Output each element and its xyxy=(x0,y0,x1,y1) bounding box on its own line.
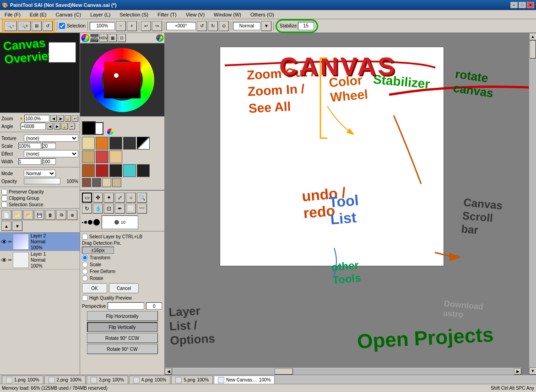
angle-reset-button[interactable]: ⊙ xyxy=(219,21,229,31)
fill-button[interactable]: ⊡ xyxy=(104,204,114,214)
see-all-button[interactable]: ⊞ xyxy=(32,21,42,31)
menu-window[interactable]: Window (W) xyxy=(211,11,244,18)
selection-checkbox[interactable] xyxy=(59,23,65,29)
active-color-indicator[interactable] xyxy=(156,34,163,42)
menu-canvas[interactable]: Canvas (C) xyxy=(53,11,84,18)
merge-layer-button[interactable]: ⊕ xyxy=(67,210,77,220)
flip-vertically-button[interactable]: Flip Vertically xyxy=(87,322,158,332)
menu-file[interactable]: File (F) xyxy=(2,11,23,18)
swatch-3[interactable] xyxy=(109,137,122,150)
high-quality-check[interactable] xyxy=(82,295,88,301)
perspective-bar-input[interactable] xyxy=(108,302,144,310)
scroll-thumb[interactable] xyxy=(530,40,536,59)
zoom-dec-button[interactable]: ◀ xyxy=(50,115,57,122)
swatch-1[interactable] xyxy=(82,137,95,150)
undo-button[interactable]: ↩ xyxy=(141,21,151,31)
angle-inc-button[interactable]: ▶ xyxy=(54,123,60,129)
angle-value-input[interactable] xyxy=(21,123,46,130)
scale-radio[interactable] xyxy=(82,262,88,268)
drag-detection-input[interactable] xyxy=(82,247,114,254)
perspective-value[interactable] xyxy=(146,302,162,310)
canvas-area[interactable]: Zoom Out /Zoom In /See All undo /redo St… xyxy=(165,33,529,375)
tab-1png[interactable]: 1.png 100% xyxy=(2,376,43,384)
scroll-right-button[interactable]: ▶ xyxy=(514,368,521,375)
width-num[interactable] xyxy=(42,158,56,165)
tab-5png[interactable]: 5.png 100% xyxy=(171,376,213,384)
angle-cw-button[interactable]: ↻ xyxy=(208,21,218,31)
smear-button[interactable]: 〰 xyxy=(137,204,147,214)
scale-input[interactable] xyxy=(18,143,41,149)
angle-ccw-button[interactable]: ↺ xyxy=(197,21,207,31)
zoom-input[interactable] xyxy=(90,22,115,30)
delete-layer-button[interactable]: 🗑 xyxy=(45,210,55,220)
pen-button[interactable]: ✒ xyxy=(115,204,125,214)
menu-view[interactable]: View (V) xyxy=(183,11,207,18)
color-picker-dot[interactable] xyxy=(114,73,119,78)
mode-select[interactable]: Normal xyxy=(24,170,56,177)
color-square[interactable] xyxy=(104,62,141,98)
color-wheel-tab[interactable] xyxy=(81,34,89,42)
zoom-out-button[interactable]: 🔍− xyxy=(4,21,17,31)
redo-button[interactable]: ↪ xyxy=(152,21,162,31)
swatch-10[interactable] xyxy=(109,164,122,177)
color-wheel-ring[interactable] xyxy=(90,48,154,112)
swatch-15[interactable] xyxy=(102,178,111,187)
rotate-canvas-tool-button[interactable]: ↻ xyxy=(82,204,92,214)
foreground-color[interactable] xyxy=(82,121,96,135)
swatch-2[interactable] xyxy=(96,137,108,150)
layer-2-eye-icon[interactable]: 👁 xyxy=(1,238,7,246)
save-layer-button[interactable]: 💾 xyxy=(34,210,44,220)
opacity-bar[interactable] xyxy=(24,178,60,184)
menu-selection[interactable]: Selection (S) xyxy=(117,11,151,18)
horizontal-scroll-thumb[interactable] xyxy=(275,368,293,375)
rgb-slider-tab[interactable]: RGB xyxy=(90,34,98,42)
swatch-14[interactable] xyxy=(92,178,101,187)
maximize-button[interactable]: □ xyxy=(519,2,526,8)
clipping-group-check[interactable] xyxy=(1,195,7,201)
rotate-cw-transform-button[interactable]: Rotate 90° CW xyxy=(87,344,158,354)
tab-new-canvas[interactable]: New Canvas.... 100% xyxy=(214,376,275,384)
swatch-5[interactable] xyxy=(82,150,95,163)
free-deform-radio[interactable] xyxy=(82,268,88,274)
swatch-9[interactable] xyxy=(96,164,108,177)
swatch-7[interactable] xyxy=(109,150,122,163)
zoom-reset-button[interactable]: ↩ xyxy=(72,115,78,122)
angle-input[interactable] xyxy=(166,22,196,30)
swatch-16[interactable] xyxy=(112,178,121,187)
tab-3png[interactable]: 3.png 100% xyxy=(87,376,128,384)
rotate-ccw-button[interactable]: ↺ xyxy=(43,21,53,31)
menu-others[interactable]: Others (O) xyxy=(248,11,277,18)
swatch-11[interactable] xyxy=(123,164,136,177)
scroll-left-button[interactable]: ◀ xyxy=(165,368,172,375)
blend-mode-input[interactable] xyxy=(233,22,260,30)
minimize-button[interactable]: − xyxy=(510,2,518,8)
select-by-ctrl-check[interactable] xyxy=(82,234,88,240)
tab-4png[interactable]: 4.png 100% xyxy=(129,376,171,384)
layer-1-eye-icon[interactable]: 👁 xyxy=(1,257,7,264)
scale-num[interactable] xyxy=(42,143,56,149)
ok-button[interactable]: OK xyxy=(82,283,107,293)
up-layer-button[interactable]: ▲ xyxy=(1,221,11,231)
menu-edit[interactable]: Edit (E) xyxy=(27,11,49,18)
tab-2png[interactable]: 2.png 100% xyxy=(44,376,86,384)
color-rotate-icon[interactable] xyxy=(107,129,114,135)
scroll-up-button[interactable]: ▲ xyxy=(529,33,536,40)
zoom-value-input[interactable] xyxy=(24,115,49,122)
zoom-plus-btn[interactable]: + xyxy=(127,21,137,31)
angle-dec-button[interactable]: ◀ xyxy=(47,123,53,129)
menu-layer[interactable]: Layer (L) xyxy=(87,11,113,18)
swatch-4[interactable] xyxy=(123,137,136,150)
select-rect-button[interactable]: ▭ xyxy=(82,193,92,203)
layer-item-2[interactable]: 👁 ✏ Layer 2 Normal 100% xyxy=(0,233,80,251)
color-set-tab[interactable]: ⊡ xyxy=(118,34,126,42)
width-input[interactable] xyxy=(18,158,41,165)
swatch-13[interactable] xyxy=(82,178,91,187)
scroll-down-button[interactable]: ▼ xyxy=(529,367,536,375)
zoom-minus-btn[interactable]: − xyxy=(116,21,126,31)
hsv-slider-tab[interactable]: HSV xyxy=(99,34,108,42)
preserve-opacity-check[interactable] xyxy=(1,189,7,195)
eyedropper-button[interactable]: 💧 xyxy=(93,204,103,214)
transform-radio[interactable] xyxy=(82,255,88,261)
menu-filter[interactable]: Filter (T) xyxy=(155,11,179,18)
lasso-button[interactable]: ○ xyxy=(126,193,136,203)
